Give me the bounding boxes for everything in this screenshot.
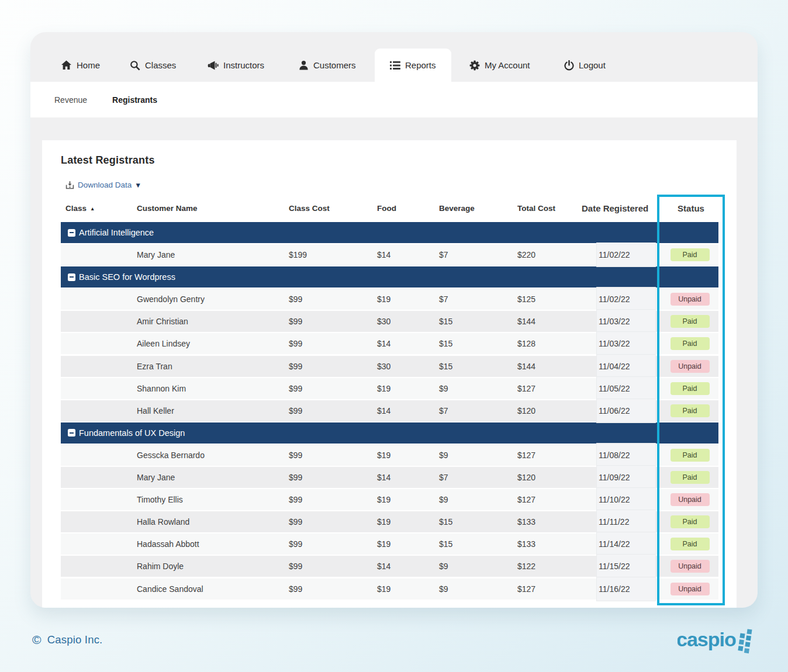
footer-copyright: © Caspio Inc. [32, 633, 102, 647]
download-data-label: Download Data [78, 181, 132, 189]
cell-date-registered[interactable]: 11/03/22 [596, 331, 656, 356]
column-header-class-cost[interactable]: Class Cost [289, 199, 330, 218]
collapse-group-icon[interactable] [68, 429, 75, 437]
cell-date-registered[interactable]: 11/10/22 [596, 487, 656, 512]
nav-tab-label: Reports [405, 60, 436, 70]
cell-date-registered[interactable]: 11/16/22 [596, 577, 656, 601]
column-header-class[interactable]: Class▲ [65, 199, 95, 218]
cell-status: Unpaid [657, 289, 721, 310]
cell-beverage: $15 [439, 311, 452, 332]
nav-tab-logout[interactable]: Logout [549, 49, 621, 82]
page-title: Latest Registrants [61, 154, 155, 167]
copyright-icon: © [32, 633, 42, 647]
cell-class-cost: $99 [289, 311, 302, 332]
nav-tab-label: My Account [485, 60, 530, 70]
cell-date-registered[interactable]: 11/04/22 [596, 354, 656, 379]
column-header-status[interactable]: Status [657, 199, 721, 218]
cell-food: $19 [377, 511, 390, 532]
cell-date-registered[interactable]: 11/11/22 [596, 510, 656, 534]
nav-tab-classes[interactable]: Classes [115, 49, 191, 82]
cell-date-registered[interactable]: 11/03/22 [596, 309, 656, 334]
download-data-button[interactable]: Download Data ▼ [65, 179, 141, 190]
caspio-logo: caspio [678, 625, 756, 657]
group-header-row[interactable]: Artificial Intelligence [61, 222, 718, 243]
nav-tab-instructors[interactable]: Instructors [192, 49, 279, 82]
status-badge: Paid [671, 538, 710, 550]
cell-date-registered[interactable]: 11/05/22 [596, 376, 656, 401]
collapse-group-icon[interactable] [68, 229, 75, 237]
nav-tab-customers[interactable]: Customers [284, 49, 371, 82]
column-header-label: Class [65, 204, 87, 213]
cell-total-cost: $120 [517, 400, 535, 421]
group-name: Fundamentals of UX Design [79, 422, 185, 444]
cell-date-registered[interactable]: 11/14/22 [596, 532, 656, 556]
person-icon [299, 60, 309, 70]
cell-beverage: $9 [439, 579, 448, 600]
status-badge: Paid [671, 248, 710, 261]
column-header-label: Date Registered [582, 203, 648, 213]
column-header-beverage[interactable]: Beverage [439, 199, 475, 218]
cell-status: Paid [657, 311, 721, 332]
cell-food: $14 [377, 333, 390, 354]
cell-class-cost: $99 [289, 289, 302, 310]
cell-date-registered[interactable]: 11/06/22 [596, 399, 656, 423]
cell-status: Paid [657, 244, 721, 265]
caspio-logo-dots [738, 628, 752, 653]
column-header-label: Status [678, 203, 704, 213]
cell-date-registered[interactable]: 11/02/22 [596, 287, 656, 311]
column-header-label: Food [377, 204, 396, 213]
table-row: Candice Sandoval$99$19$9$12711/16/22Unpa… [61, 579, 718, 600]
cell-date-registered[interactable]: 11/08/22 [596, 443, 656, 467]
status-badge: Unpaid [671, 360, 710, 373]
group-name: Basic SEO for Wordpress [79, 266, 175, 287]
search-icon [130, 60, 140, 71]
table-row: Mary Jane$199$14$7$22011/02/22Paid [61, 244, 718, 265]
collapse-group-icon[interactable] [68, 273, 75, 281]
cell-customer-name: Gesscka Bernardo [137, 445, 205, 466]
column-header-label: Class Cost [289, 204, 330, 213]
cell-date-registered[interactable]: 11/09/22 [596, 465, 656, 490]
cell-beverage: $7 [439, 400, 448, 421]
cell-date-registered[interactable]: 11/15/22 [596, 554, 656, 579]
cell-class-cost: $199 [289, 244, 307, 265]
cell-class-cost: $99 [289, 445, 302, 466]
cell-beverage: $9 [439, 489, 448, 510]
status-badge: Unpaid [671, 293, 710, 306]
group-header-row[interactable]: Fundamentals of UX Design [61, 422, 718, 444]
subnav-link-registrants[interactable]: Registrants [112, 95, 157, 105]
subnav-link-revenue[interactable]: Revenue [54, 95, 87, 105]
cell-date-registered[interactable]: 11/02/22 [596, 243, 656, 267]
group-header-row[interactable]: Basic SEO for Wordpress [61, 266, 718, 287]
table-row: Shannon Kim$99$19$9$12711/05/22Paid [61, 378, 718, 399]
column-header-total-cost[interactable]: Total Cost [517, 199, 555, 218]
nav-tab-reports[interactable]: Reports [375, 49, 451, 82]
column-header-label: Total Cost [517, 204, 555, 213]
cell-customer-name: Rahim Doyle [137, 556, 184, 577]
table-row: Hall Keller$99$14$7$12011/06/22Paid [61, 400, 718, 421]
table-header: Class▲Customer NameClass CostFoodBeverag… [61, 199, 718, 222]
column-header-date-registered[interactable]: Date Registered [582, 199, 648, 218]
status-badge: Paid [671, 337, 710, 350]
cell-food: $14 [377, 556, 390, 577]
nav-tab-my-account[interactable]: My Account [454, 49, 545, 82]
cell-total-cost: $144 [517, 311, 535, 332]
cell-food: $19 [377, 579, 390, 600]
cell-total-cost: $122 [517, 556, 535, 577]
cell-status: Unpaid [657, 556, 721, 577]
cell-customer-name: Aileen Lindsey [137, 333, 190, 354]
cell-total-cost: $144 [517, 356, 535, 377]
table-row: Timothy Ellis$99$19$9$12711/10/22Unpaid [61, 489, 718, 510]
nav-tab-home[interactable]: Home [46, 49, 115, 82]
cell-total-cost: $120 [517, 467, 535, 488]
cell-total-cost: $133 [517, 534, 535, 555]
table-row: Mary Jane$99$14$7$12011/09/22Paid [61, 467, 718, 488]
cell-food: $19 [377, 534, 390, 555]
cell-class-cost: $99 [289, 333, 302, 354]
cell-customer-name: Hall Keller [137, 400, 174, 421]
nav-tab-label: Classes [145, 60, 176, 70]
cell-class-cost: $99 [289, 400, 302, 421]
column-header-food[interactable]: Food [377, 199, 396, 218]
cell-total-cost: $128 [517, 333, 535, 354]
column-header-customer-name[interactable]: Customer Name [137, 199, 198, 218]
cell-class-cost: $99 [289, 378, 302, 399]
